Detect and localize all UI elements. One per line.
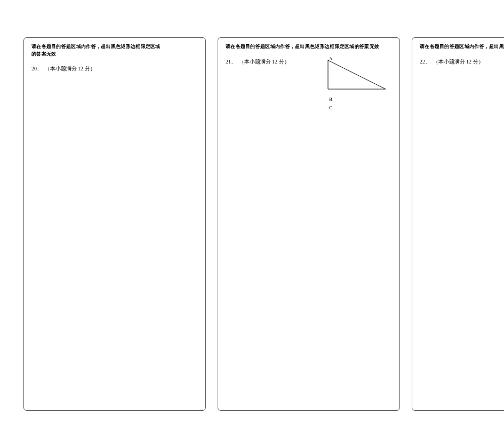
instruction-text-line1: 请在各题目的答题区域内作答，超出黑色矩形边框限定区域的答案无效 [420,44,504,49]
triangle-icon [326,58,390,91]
question-heading: 20、 （本小题满分 12 分） [31,65,198,73]
panel-instruction: 请在各题目的答题区域内作答，超出黑色矩形边框限定区域的答案无效 [226,43,392,51]
question-number: 21、 [226,59,236,65]
triangle-diagram: A B C [326,58,390,91]
question-number: 22、 [420,59,430,65]
answer-panel-21: 请在各题目的答题区域内作答，超出黑色矩形边框限定区域的答案无效 21、 （本小题… [218,37,400,411]
vertex-label-a: A [329,56,333,61]
question-points: （本小题满分 12 分） [433,59,484,65]
instruction-text-line2: 的答案无效 [31,51,198,58]
question-points: （本小题满分 12 分） [239,59,290,65]
answer-panel-22: 请在各题目的答题区域内作答，超出黑色矩形边框限定区域的答案无效 22、 （本小题… [412,37,504,411]
question-number: 20、 [31,66,42,71]
instruction-text-line1: 请在各题目的答题区域内作答，超出黑色矩形边框限定区域的答案无效 [226,44,379,49]
vertex-label-b: B [329,97,332,102]
panel-instruction: 请在各题目的答题区域内作答，超出黑色矩形边框限定区域的答案无效 [420,43,504,51]
answer-sheet-page: 请在各题目的答题区域内作答，超出黑色矩形边框限定区域 的答案无效 20、 （本小… [0,0,504,431]
question-points: （本小题满分 12 分） [45,66,95,71]
panel-instruction: 请在各题目的答题区域内作答，超出黑色矩形边框限定区域 的答案无效 [31,43,198,58]
svg-marker-0 [328,60,386,89]
instruction-text-line1: 请在各题目的答题区域内作答，超出黑色矩形边框限定区域 [31,43,198,51]
question-heading: 22、 （本小题满分 12 分） [420,58,504,66]
answer-panel-20: 请在各题目的答题区域内作答，超出黑色矩形边框限定区域 的答案无效 20、 （本小… [23,37,206,411]
vertex-label-c: C [329,105,332,110]
